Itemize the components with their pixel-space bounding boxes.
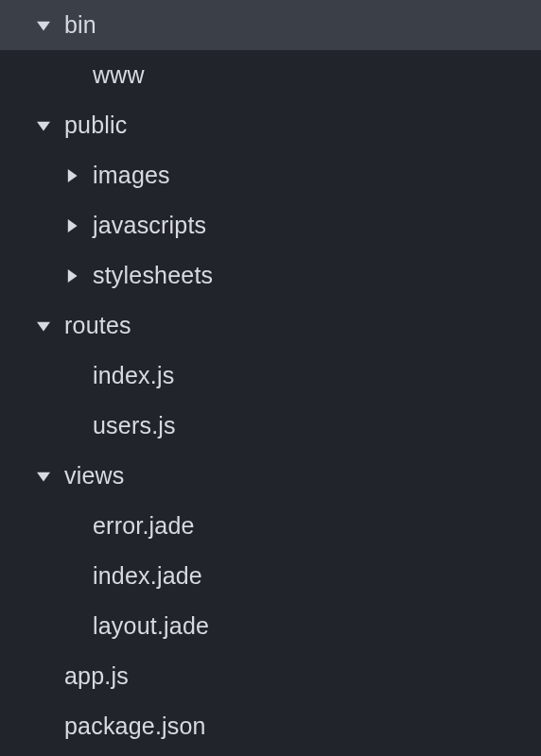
tree-item-index-js[interactable]: index.js [0,351,541,401]
file-label: package.json [64,713,206,740]
file-label: www [93,61,145,89]
file-label: index.jade [93,562,202,590]
tree-item-views[interactable]: views [0,451,541,501]
tree-item-bin[interactable]: bin [0,0,541,50]
tree-item-index-jade[interactable]: index.jade [0,551,541,601]
tree-item-package-json[interactable]: package.json [0,701,541,751]
chevron-down-icon [36,469,51,484]
chevron-right-icon [64,168,79,183]
tree-item-stylesheets[interactable]: stylesheets [0,250,541,301]
folder-label: images [93,162,170,189]
folder-label: bin [64,11,96,39]
tree-item-app-js[interactable]: app.js [0,651,541,701]
tree-item-www[interactable]: www [0,50,541,100]
folder-label: routes [64,312,131,339]
chevron-down-icon [36,18,51,33]
tree-item-error-jade[interactable]: error.jade [0,501,541,551]
tree-item-javascripts[interactable]: javascripts [0,200,541,250]
chevron-down-icon [36,118,51,133]
file-label: index.js [93,362,174,389]
tree-item-layout-jade[interactable]: layout.jade [0,601,541,651]
folder-label: javascripts [93,212,206,239]
file-label: error.jade [93,512,195,540]
chevron-right-icon [64,268,79,284]
chevron-right-icon [64,218,79,233]
file-label: app.js [64,662,129,690]
folder-label: stylesheets [93,262,213,289]
tree-item-images[interactable]: images [0,150,541,200]
tree-item-public[interactable]: public [0,100,541,150]
chevron-down-icon [36,318,51,334]
file-label: users.js [93,412,176,439]
folder-label: public [64,112,128,139]
file-label: layout.jade [93,612,209,640]
file-tree: binwwwpublicimagesjavascriptsstylesheets… [0,0,541,751]
tree-item-users-js[interactable]: users.js [0,401,541,451]
folder-label: views [64,462,125,490]
tree-item-routes[interactable]: routes [0,301,541,351]
